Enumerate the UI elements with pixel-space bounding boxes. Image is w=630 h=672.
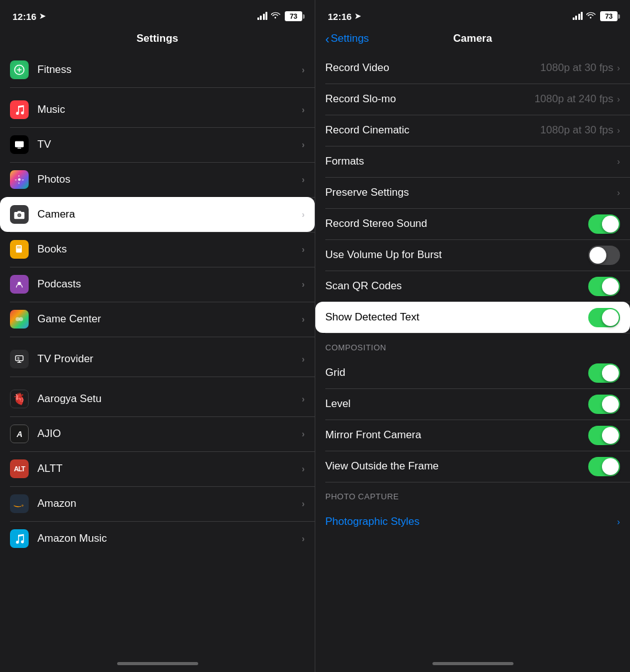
camera-setting-record-stereo[interactable]: Record Stereo Sound xyxy=(315,208,630,239)
tv-icon-wrap xyxy=(10,135,29,154)
camera-setting-show-detected[interactable]: Show Detected Text xyxy=(315,302,630,333)
scan-qr-toggle[interactable] xyxy=(588,277,620,296)
camera-setting-grid[interactable]: Grid xyxy=(315,357,630,388)
sidebar-item-camera[interactable]: Camera › xyxy=(0,197,315,232)
scan-qr-toggle-knob xyxy=(602,278,619,295)
camera-setting-view-outside[interactable]: View Outside the Frame xyxy=(315,451,630,482)
aarogyasetu-chevron-icon: › xyxy=(302,394,305,404)
sidebar-item-amazon[interactable]: Amazon › xyxy=(0,486,315,521)
sidebar-item-ajio[interactable]: A AJIO › xyxy=(0,416,315,451)
camera-setting-volume-burst[interactable]: Use Volume Up for Burst xyxy=(315,239,630,271)
camera-setting-record-slomo[interactable]: Record Slo-mo 1080p at 240 fps › xyxy=(315,84,630,115)
grid-toggle-knob xyxy=(602,365,619,382)
divider-1 xyxy=(0,87,315,92)
sidebar-item-podcasts[interactable]: Podcasts › xyxy=(0,267,315,302)
show-detected-toggle[interactable] xyxy=(588,308,620,327)
svg-rect-6 xyxy=(16,245,22,252)
photos-label: Photos xyxy=(37,173,302,186)
mirror-front-label: Mirror Front Camera xyxy=(325,429,588,441)
camera-setting-scan-qr[interactable]: Scan QR Codes xyxy=(315,271,630,302)
right-time-text: 12:16 xyxy=(328,11,351,22)
back-button[interactable]: ‹ Settings xyxy=(325,32,369,45)
sidebar-item-altt[interactable]: ALT ALTT › xyxy=(0,451,315,486)
camera-chevron-icon: › xyxy=(302,209,305,219)
camera-icon-wrap xyxy=(10,205,29,224)
scan-qr-label: Scan QR Codes xyxy=(325,280,588,292)
camera-setting-record-cinematic[interactable]: Record Cinematic 1080p at 30 fps › xyxy=(315,115,630,146)
svg-point-5 xyxy=(18,214,21,217)
camera-setting-mirror-front[interactable]: Mirror Front Camera xyxy=(315,420,630,451)
level-label: Level xyxy=(325,398,588,410)
camera-setting-photographic-styles[interactable]: Photographic Styles › xyxy=(315,506,630,537)
show-detected-label: Show Detected Text xyxy=(325,311,588,324)
divider-3 xyxy=(0,377,315,382)
left-home-indicator xyxy=(0,655,315,672)
level-toggle[interactable] xyxy=(588,395,620,414)
record-cinematic-chevron-icon: › xyxy=(617,125,620,135)
sidebar-item-amazonmusic[interactable]: Amazon Music › xyxy=(0,521,315,556)
podcasts-label: Podcasts xyxy=(37,278,302,290)
right-page-title: Camera xyxy=(453,32,492,45)
photographic-styles-label: Photographic Styles xyxy=(325,516,617,528)
amazon-chevron-icon: › xyxy=(302,499,305,509)
sidebar-item-aarogyasetu[interactable]: 🫀 Aarogya Setu › xyxy=(0,382,315,416)
right-time: 12:16 ➤ xyxy=(328,11,361,22)
left-status-icons: 73 xyxy=(257,11,303,21)
right-panel: 12:16 ➤ 73 ‹ Settings Camera xyxy=(315,0,630,672)
sidebar-item-tv[interactable]: TV › xyxy=(0,127,315,162)
svg-point-11 xyxy=(19,317,23,322)
ajio-icon-wrap: A xyxy=(10,425,29,443)
left-signal-icon xyxy=(257,12,268,20)
svg-rect-2 xyxy=(17,148,21,148)
record-slomo-value: 1080p at 240 fps xyxy=(535,93,614,105)
record-stereo-toggle[interactable] xyxy=(588,214,620,234)
sidebar-item-photos[interactable]: Photos › xyxy=(0,162,315,197)
books-label: Books xyxy=(37,243,302,256)
photographic-styles-chevron-icon: › xyxy=(617,517,620,527)
camera-settings-list: Record Video 1080p at 30 fps › Record Sl… xyxy=(315,52,630,655)
camera-setting-formats[interactable]: Formats › xyxy=(315,146,630,177)
back-label: Settings xyxy=(331,32,369,45)
divider-2 xyxy=(0,337,315,342)
amazonmusic-label: Amazon Music xyxy=(37,532,302,545)
podcasts-icon-wrap xyxy=(10,275,29,294)
sidebar-item-gamecenter[interactable]: Game Center › xyxy=(0,302,315,337)
music-icon-wrap xyxy=(10,100,29,119)
right-home-indicator xyxy=(315,655,630,672)
tvprovider-label: TV Provider xyxy=(37,353,302,365)
tv-label: TV xyxy=(37,138,302,151)
mirror-front-toggle[interactable] xyxy=(588,426,620,445)
sidebar-item-tvprovider[interactable]: S TV Provider › xyxy=(0,342,315,377)
camera-setting-record-video[interactable]: Record Video 1080p at 30 fps › xyxy=(315,52,630,84)
podcasts-chevron-icon: › xyxy=(302,279,305,289)
mirror-front-toggle-knob xyxy=(602,427,619,444)
sidebar-item-fitness[interactable]: Fitness › xyxy=(0,52,315,87)
sidebar-item-books[interactable]: Books › xyxy=(0,232,315,267)
tvprovider-icon-wrap: S xyxy=(10,350,29,368)
svg-text:S: S xyxy=(17,357,20,360)
sidebar-item-music[interactable]: Music › xyxy=(0,92,315,127)
tv-chevron-icon: › xyxy=(302,140,305,150)
right-battery-icon: 73 xyxy=(600,11,618,21)
volume-burst-toggle[interactable] xyxy=(588,246,620,265)
view-outside-toggle[interactable] xyxy=(588,457,620,476)
left-status-bar: 12:16 ➤ 73 xyxy=(0,0,315,27)
record-slomo-label: Record Slo-mo xyxy=(325,93,535,105)
camera-setting-level[interactable]: Level xyxy=(315,388,630,420)
photos-icon-wrap xyxy=(10,170,29,189)
camera-setting-preserve[interactable]: Preserve Settings › xyxy=(315,177,630,208)
grid-toggle[interactable] xyxy=(588,363,620,383)
gamecenter-label: Game Center xyxy=(37,313,302,325)
aarogyasetu-icon-wrap: 🫀 xyxy=(10,390,29,408)
record-stereo-label: Record Stereo Sound xyxy=(325,218,588,230)
right-nav-header: ‹ Settings Camera xyxy=(315,27,630,52)
amazonmusic-icon-wrap xyxy=(10,529,29,548)
right-location-icon: ➤ xyxy=(355,12,361,21)
amazonmusic-chevron-icon: › xyxy=(302,534,305,544)
view-outside-toggle-knob xyxy=(602,458,619,475)
composition-section-label: COMPOSITION xyxy=(315,333,630,357)
right-home-bar xyxy=(432,662,513,665)
record-video-value: 1080p at 30 fps xyxy=(540,62,613,74)
fitness-icon-wrap xyxy=(10,60,29,79)
right-wifi-icon xyxy=(586,11,596,21)
